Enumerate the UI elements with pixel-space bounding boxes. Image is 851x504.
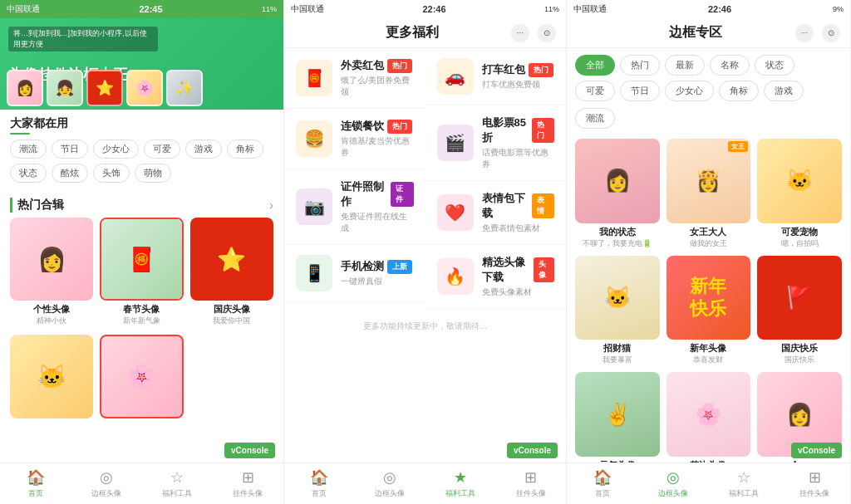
- border-icon-2: ◎: [383, 468, 396, 487]
- nav-border-2[interactable]: ◎ 边框头像: [355, 468, 426, 499]
- frame-grid: 👩 我的状态 不聊了，我要充电🔋 👸 女王 女王大人 做我的女王 🐱 可爱宠物 …: [567, 134, 850, 462]
- menu-movie[interactable]: 🎬 电影票85折 热门 话费电影票等优惠券: [426, 105, 567, 181]
- tag-潮流[interactable]: 潮流: [10, 139, 47, 159]
- grid-item-2[interactable]: 🧧 春节头像 新年新气象: [100, 218, 183, 326]
- section1-divider: [10, 133, 30, 135]
- frame-sub-pet: 嗯，自拍吗: [781, 238, 819, 249]
- nav-hang-1[interactable]: ⊞ 挂件头像: [213, 468, 283, 499]
- more-btn-2[interactable]: ···: [511, 24, 529, 42]
- menu-taxi[interactable]: 🚗 打车红包 热门 打车优惠免费领: [426, 48, 567, 105]
- filter-holiday[interactable]: 节日: [620, 81, 660, 101]
- top-bar-icons-3: ··· ⊙: [795, 24, 840, 42]
- filter-new[interactable]: 最新: [665, 55, 705, 76]
- hang-icon-3: ⊞: [809, 468, 821, 487]
- emoji-badge: 表情: [532, 193, 555, 218]
- waimai-icon: 🧧: [296, 60, 332, 96]
- filter-name[interactable]: 名称: [710, 55, 750, 76]
- frame-label-newyear: 新年头像: [690, 342, 726, 355]
- grid-item-4[interactable]: 🐱: [10, 335, 93, 418]
- section1-title: 大家都在用: [0, 110, 283, 131]
- battery-1: 11%: [262, 5, 277, 13]
- filter-trend[interactable]: 潮流: [575, 108, 615, 129]
- scan-btn-2[interactable]: ⊙: [538, 24, 556, 42]
- grid-sub-2: 新年新气象: [123, 316, 160, 326]
- vconsole-btn-1[interactable]: vConsole: [224, 443, 275, 458]
- nav-border-3[interactable]: ◎ 边框头像: [637, 468, 708, 499]
- frame-pet[interactable]: 🐱 可爱宠物 嗯，自拍吗: [757, 139, 842, 249]
- tag-头饰[interactable]: 头饰: [93, 164, 130, 183]
- panel-1: 中国联通 22:45 11% 将…到[加到我…]加到我的小程序,以后使用更方便 …: [0, 0, 283, 504]
- tag-节日[interactable]: 节日: [52, 139, 88, 159]
- nav-hang-2[interactable]: ⊞ 挂件头像: [495, 468, 566, 499]
- chain-text: 连锁餐饮 热门 肯德基/麦当劳优惠券: [341, 119, 414, 159]
- menu-emoji[interactable]: ❤️ 表情包下载 表情 免费表情包素材: [426, 181, 567, 245]
- carrier-1: 中国联通: [7, 3, 40, 15]
- nav-welfare-1[interactable]: ☆ 福利工具: [142, 468, 213, 499]
- vconsole-btn-2[interactable]: vConsole: [507, 443, 558, 458]
- vconsole-btn-3[interactable]: vConsole: [791, 443, 842, 458]
- frame-lucky-cat[interactable]: 🐱 招财猫 我要暴富: [575, 256, 660, 366]
- grid-item-1[interactable]: 👩 个性头像 精神小伙: [10, 218, 93, 326]
- time-1: 22:45: [139, 4, 162, 14]
- tag-状态[interactable]: 状态: [10, 164, 47, 183]
- more-btn-3[interactable]: ···: [795, 24, 814, 42]
- nav-welfare-2[interactable]: ★ 福利工具: [426, 468, 496, 499]
- frame-mystatus[interactable]: 👩 我的状态 不聊了，我要充电🔋: [575, 139, 660, 249]
- banner-av-2: 👧: [47, 70, 83, 106]
- cert-badge: 证件: [391, 182, 414, 207]
- taxi-title: 打车红包: [482, 62, 525, 77]
- nav-home-label-1: 首页: [28, 488, 43, 499]
- border-icon-3: ◎: [667, 468, 680, 487]
- frame-newyear[interactable]: 新年快乐 新年头像 恭喜发财: [667, 256, 751, 366]
- home-icon-1: 🏠: [27, 468, 45, 487]
- frame-national[interactable]: 🚩 国庆快乐 国庆快乐: [757, 256, 842, 366]
- tag-角标[interactable]: 角标: [227, 139, 263, 159]
- nav-hang-3[interactable]: ⊞ 挂件头像: [780, 468, 850, 499]
- menu-chain[interactable]: 🍔 连锁餐饮 热门 肯德基/麦当劳优惠券: [284, 109, 426, 169]
- filter-cute[interactable]: 可爱: [575, 81, 615, 101]
- nav-welfare-label-2: 福利工具: [445, 488, 475, 499]
- menu-waimai[interactable]: 🧧 外卖红包 热门 饿了么/美团券免费领: [284, 48, 426, 109]
- menu-grid: 🧧 外卖红包 热门 饿了么/美团券免费领 🍔 连锁餐饮 热门: [284, 48, 566, 309]
- section2-header: 热门合辑 ›: [0, 189, 283, 218]
- tag-酷炫[interactable]: 酷炫: [52, 164, 88, 183]
- tag-游戏[interactable]: 游戏: [185, 139, 222, 159]
- nav-home-3[interactable]: 🏠 首页: [567, 468, 637, 499]
- filter-hot[interactable]: 热门: [620, 55, 660, 76]
- grid-img-4: 🐱: [10, 335, 93, 418]
- section2-arrow[interactable]: ›: [269, 198, 273, 212]
- battery-2: 11%: [544, 5, 559, 13]
- nav-border-label-2: 边框头像: [375, 488, 405, 499]
- nav-home-2[interactable]: 🏠 首页: [284, 468, 355, 499]
- scan-btn-3[interactable]: ⊙: [822, 24, 840, 42]
- panel1-scroll: 大家都在用 潮流 节日 少女心 可爱 游戏 角标 状态 酷炫 头饰 萌物 热门合…: [0, 110, 283, 462]
- filter-girl[interactable]: 少女心: [665, 81, 714, 101]
- filter-badge[interactable]: 角标: [719, 81, 759, 101]
- grid-item-3[interactable]: ⭐ 国庆头像 我爱你中国: [190, 218, 273, 326]
- emoji-icon: ❤️: [437, 194, 474, 231]
- waimai-text: 外卖红包 热门 饿了么/美团券免费领: [341, 58, 414, 98]
- menu-avatar[interactable]: 🔥 精选头像下载 头像 免费头像素材: [426, 245, 567, 309]
- time-3: 22:46: [708, 4, 731, 14]
- grid-item-5[interactable]: 🌸: [100, 335, 183, 418]
- tag-少女心[interactable]: 少女心: [93, 139, 139, 159]
- filter-row3: 潮流: [567, 106, 850, 134]
- frame-flower[interactable]: 🌸 花边头像 花花世界: [667, 372, 751, 462]
- frame-energy[interactable]: ✌️ 元气头像 元气满满: [575, 372, 660, 462]
- top-bar-3: 边框专区 ··· ⊙: [567, 18, 850, 48]
- emoji-text: 表情包下载 表情 免费表情包素材: [482, 191, 555, 234]
- menu-cert[interactable]: 📷 证件照制作 证件 免费证件照在线生成: [284, 169, 426, 245]
- filter-all[interactable]: 全部: [575, 55, 615, 76]
- tag-萌物[interactable]: 萌物: [135, 164, 171, 183]
- nav-home-1[interactable]: 🏠 首页: [0, 468, 71, 499]
- nav-welfare-3[interactable]: ☆ 福利工具: [709, 468, 780, 499]
- menu-phone[interactable]: 📱 手机检测 上新 一键辨真假: [284, 245, 426, 302]
- taxi-badge: 热门: [529, 63, 553, 77]
- frame-queen[interactable]: 👸 女王 女王大人 做我的女王: [667, 139, 751, 249]
- section2-title: 热门合辑: [10, 198, 64, 213]
- filter-status[interactable]: 状态: [755, 55, 794, 76]
- nav-border-1[interactable]: ◎ 边框头像: [71, 468, 141, 499]
- grid-img-3: ⭐: [190, 218, 273, 301]
- filter-game[interactable]: 游戏: [764, 81, 804, 101]
- tag-可爱[interactable]: 可爱: [144, 139, 180, 159]
